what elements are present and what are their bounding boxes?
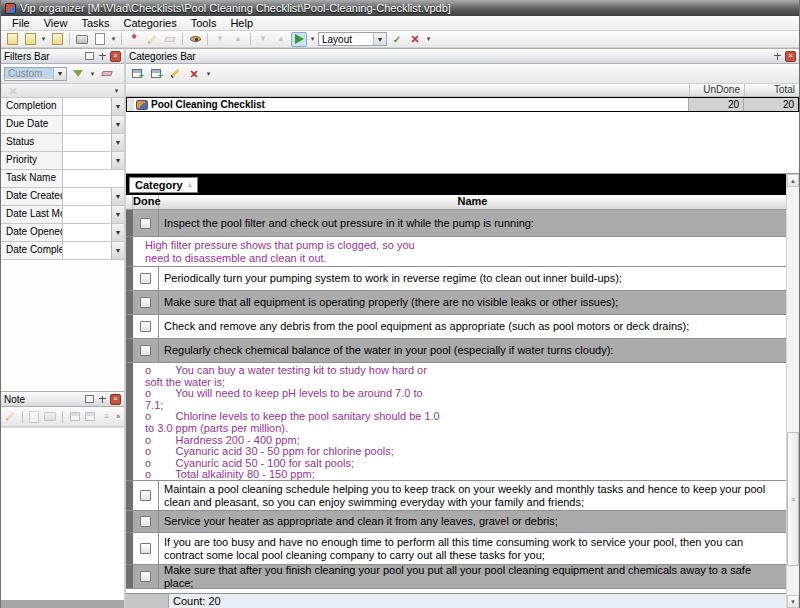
done-column-header[interactable]: Done	[133, 195, 159, 209]
filter-value-field[interactable]	[63, 152, 111, 169]
layout-overflow-arrow[interactable]: ▾	[425, 35, 432, 43]
layout-toggle-dropdown-arrow[interactable]: ▾	[309, 35, 316, 43]
open-dropdown-arrow[interactable]: ▾	[40, 35, 47, 43]
task-checkbox[interactable]	[140, 490, 151, 501]
layout-combobox-arrow[interactable]: ▼	[373, 33, 386, 45]
vertical-scrollbar[interactable]: ▲ ≡ ▼	[786, 174, 799, 608]
attach-file-button[interactable]	[28, 409, 41, 424]
task-checkbox[interactable]	[140, 273, 151, 284]
filter-row-priority[interactable]: Priority ▼	[1, 152, 124, 170]
task-row[interactable]: Periodically turn your pumping system to…	[126, 267, 786, 291]
filter-dropdown-button[interactable]: ▼	[111, 188, 124, 205]
scroll-up-button[interactable]: ▲	[787, 174, 799, 187]
category-row-selected[interactable]: Pool Cleaning Checklist 20 20	[126, 97, 799, 112]
insert-image-button[interactable]	[68, 409, 81, 424]
undone-column-header[interactable]: UnDone	[689, 84, 744, 96]
filter-value-field[interactable]	[63, 242, 111, 259]
categories-overflow-arrow[interactable]: ▾	[205, 70, 212, 78]
filter-value-field[interactable]	[63, 206, 111, 223]
new-subcategory-button[interactable]	[148, 66, 164, 81]
menu-view[interactable]: View	[37, 17, 75, 29]
task-checkbox[interactable]	[140, 571, 151, 582]
view-task-button[interactable]	[187, 32, 203, 47]
filter-value-field[interactable]	[63, 116, 111, 133]
category-name-column-header[interactable]	[126, 84, 689, 96]
open-database-button[interactable]	[22, 32, 38, 47]
categories-pin-button[interactable]	[772, 51, 783, 62]
filter-preset-arrow[interactable]: ▼	[53, 68, 66, 80]
scroll-down-button[interactable]: ▼	[787, 595, 799, 608]
collapse-all-button[interactable]: ▲	[273, 32, 289, 47]
title-bar[interactable]: Vip organizer [M:\Vlad\Checklists\Pool C…	[1, 0, 799, 16]
filters-float-button[interactable]	[84, 51, 95, 62]
task-row[interactable]: Regularly check chemical balance of the …	[126, 339, 786, 363]
note-content-area[interactable]	[1, 427, 124, 600]
apply-filter-dropdown-arrow[interactable]: ▾	[89, 70, 96, 78]
edit-category-button[interactable]	[167, 66, 183, 81]
delete-task-button[interactable]	[162, 32, 178, 47]
filter-dropdown-button[interactable]: ▼	[111, 98, 124, 115]
apply-filter-button[interactable]	[70, 66, 86, 81]
filter-dropdown-button[interactable]: ▼	[111, 242, 124, 259]
categories-close-button[interactable]: ×	[785, 51, 796, 62]
new-category-button[interactable]	[129, 66, 145, 81]
print-overflow-arrow[interactable]: ▾	[110, 35, 117, 43]
note-row[interactable]: o You can buy a water testing kit to stu…	[126, 363, 786, 481]
filter-row-date-created[interactable]: Date Created ▼	[1, 188, 124, 206]
name-column-header[interactable]: Name	[159, 195, 786, 209]
filter-row-date-last-modified[interactable]: Date Last Modified ▼	[1, 206, 124, 224]
expand-all-button[interactable]: ▼	[255, 32, 271, 47]
filter-value-field[interactable]	[63, 98, 111, 115]
filter-row-date-opened[interactable]: Date Opened ▼	[1, 224, 124, 242]
task-row[interactable]: If you are too busy and have no enough t…	[126, 533, 786, 565]
delete-category-button[interactable]: ✕	[186, 66, 202, 81]
filters-overflow-arrow[interactable]: ▾	[113, 87, 120, 95]
move-down-button[interactable]: ▼	[212, 32, 228, 47]
filter-row-date-completed[interactable]: Date Completed ▼	[1, 242, 124, 260]
filter-value-field[interactable]	[63, 224, 111, 241]
task-row[interactable]: Service your heater as appropriate and c…	[126, 511, 786, 533]
new-database-button[interactable]	[4, 32, 20, 47]
task-row[interactable]: Maintain a pool cleaning schedule helpin…	[126, 481, 786, 511]
move-up-button[interactable]: ▲	[230, 32, 246, 47]
task-checkbox[interactable]	[140, 516, 151, 527]
menu-tasks[interactable]: Tasks	[74, 17, 116, 29]
note-pin-button[interactable]	[97, 394, 108, 405]
filter-value-field[interactable]	[63, 134, 111, 151]
total-column-header[interactable]: Total	[744, 84, 799, 96]
new-task-button[interactable]: *	[126, 32, 142, 47]
task-checkbox[interactable]	[140, 321, 151, 332]
layout-combobox[interactable]: Layout ▼	[318, 32, 387, 46]
filter-dropdown-button[interactable]: ▼	[111, 134, 124, 151]
bullet-list-button[interactable]: ≡	[100, 409, 113, 424]
filter-row-completion[interactable]: Completion ▼	[1, 98, 124, 116]
menu-help[interactable]: Help	[223, 17, 260, 29]
filters-close-button[interactable]: ×	[110, 51, 121, 62]
task-row[interactable]: Make sure that after you finish cleaning…	[126, 565, 786, 589]
layout-toggle-button[interactable]	[291, 32, 307, 47]
print-note-button[interactable]	[43, 409, 57, 424]
menu-file[interactable]: File	[5, 17, 37, 29]
task-checkbox[interactable]	[140, 218, 151, 229]
note-row[interactable]: High filter pressure shows that pump is …	[126, 237, 786, 267]
edit-note-button[interactable]	[4, 409, 17, 424]
task-row[interactable]: Check and remove any debris from the poo…	[126, 315, 786, 339]
task-checkbox[interactable]	[140, 543, 151, 554]
filter-dropdown-button[interactable]: ▼	[111, 116, 124, 133]
scrollbar-track[interactable]: ≡	[787, 187, 799, 595]
clear-filter-button[interactable]	[99, 66, 115, 81]
filter-dropdown-button[interactable]: ▼	[111, 206, 124, 223]
delete-filter-button[interactable]: ✕	[5, 83, 21, 98]
category-expander[interactable]	[127, 98, 134, 111]
print-button[interactable]	[74, 32, 90, 47]
filter-row-due-date[interactable]: Due Date ▼	[1, 116, 124, 134]
filter-preset-combobox[interactable]: Custom ▼	[4, 67, 67, 81]
filter-row-status[interactable]: Status ▼	[1, 134, 124, 152]
save-database-button[interactable]	[49, 32, 65, 47]
menu-tools[interactable]: Tools	[184, 17, 224, 29]
filter-dropdown-button[interactable]: ▼	[111, 224, 124, 241]
filter-dropdown-button[interactable]: ▼	[111, 152, 124, 169]
task-row[interactable]: Make sure that all equipment is operatin…	[126, 291, 786, 315]
note-close-button[interactable]: ×	[110, 394, 121, 405]
filters-pin-button[interactable]	[97, 51, 108, 62]
